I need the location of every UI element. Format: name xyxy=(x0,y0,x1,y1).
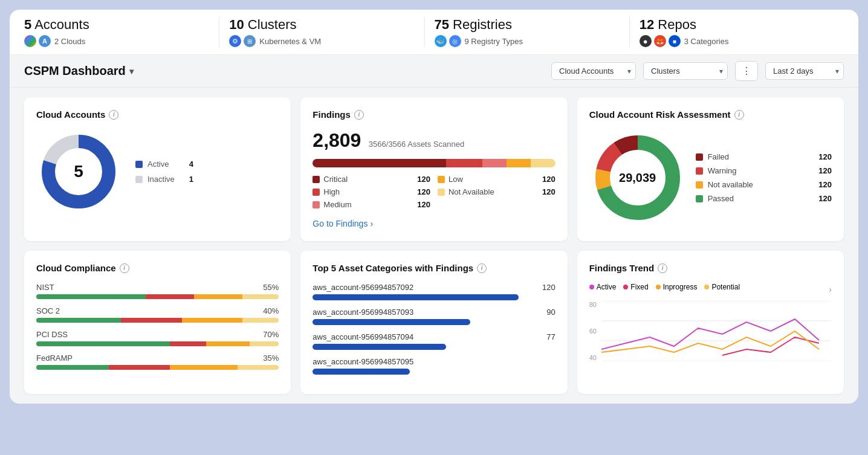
bitbucket-icon: ■ xyxy=(669,35,681,47)
clusters-sub: Kubernetes & VM xyxy=(259,37,321,46)
inprogress-trend-dot xyxy=(656,285,661,289)
asset-label-1: aws_account-956994857093 xyxy=(313,308,413,317)
medium-bar-segment xyxy=(482,159,507,167)
soc2-row: SOC 2 40% xyxy=(36,306,279,323)
asset-count-1: 90 xyxy=(546,308,555,317)
go-to-findings-text: Go to Findings xyxy=(313,219,368,228)
failed-label: Failed xyxy=(708,152,814,161)
na-label: Not Available xyxy=(449,187,539,196)
asset-bar-3 xyxy=(313,369,410,375)
dashboard-chevron-icon[interactable]: ▾ xyxy=(129,66,134,76)
dashboard-title: CSPM Dashboard xyxy=(24,64,126,78)
asset-bar-0 xyxy=(313,294,519,300)
fixed-trend-item: Fixed xyxy=(623,283,648,291)
soc2-pct: 40% xyxy=(263,306,279,315)
low-label: Low xyxy=(449,175,539,184)
dashboard-title-container: CSPM Dashboard ▾ xyxy=(24,64,544,78)
top5-assets-card: Top 5 Asset Categories with Findings i a… xyxy=(300,251,567,394)
risk-legend: Failed 120 Warning 120 Not available 120 xyxy=(696,152,832,203)
go-to-findings-arrow-icon: › xyxy=(370,219,373,228)
active-count: 4 xyxy=(189,160,193,169)
fedramp-pct: 35% xyxy=(263,353,279,363)
asset-row-1: aws_account-956994857093 90 xyxy=(313,308,555,325)
critical-severity-row: Critical 120 xyxy=(313,175,430,184)
passed-label: Passed xyxy=(708,194,814,203)
potential-trend-label: Potential xyxy=(711,283,740,291)
na-risk-dot xyxy=(696,181,703,189)
asset-label-0: aws_account-956994857092 xyxy=(313,283,413,292)
inprogress-trend-item: Inprogress xyxy=(656,283,698,291)
registries-label: Registries xyxy=(453,17,512,32)
findings-card: Findings i 2,809 3566/3566 Assets Scanne… xyxy=(300,97,567,241)
inactive-legend-dot xyxy=(135,176,143,183)
fedramp-label: FedRAMP xyxy=(36,353,73,363)
severity-grid: Critical 120 Low 120 High 120 Not Availa… xyxy=(313,175,555,209)
active-legend-item: Active 4 xyxy=(135,160,193,169)
nist-label: NIST xyxy=(36,283,54,292)
asset-bar-1 xyxy=(313,319,470,325)
main-content: Cloud Accounts i 5 xyxy=(10,88,858,404)
asset-label-3: aws_account-956994857095 xyxy=(313,357,413,366)
risk-info-icon[interactable]: i xyxy=(734,110,744,120)
clusters-count: 10 xyxy=(229,17,244,32)
findings-info-icon[interactable]: i xyxy=(354,110,364,120)
risk-passed-item: Passed 120 xyxy=(696,194,832,203)
failed-count: 120 xyxy=(818,152,832,161)
critical-count: 120 xyxy=(417,175,430,184)
app-container: 5 Accounts A 2 Clouds 10 Clusters ⚙ ⊞ Ku… xyxy=(10,10,858,404)
risk-donut-center: 29,039 xyxy=(619,171,656,185)
critical-dot xyxy=(313,176,320,183)
asset-row-2: aws_account-956994857094 77 xyxy=(313,332,555,350)
google-cloud-icon xyxy=(24,35,36,47)
high-bar-segment xyxy=(446,159,482,167)
high-severity-row: High 120 xyxy=(313,187,430,196)
y-label-40: 40 xyxy=(589,354,597,361)
cloud-accounts-title: Cloud Accounts xyxy=(36,109,105,120)
nist-bar xyxy=(36,294,279,299)
na-bar-segment xyxy=(531,159,555,167)
inactive-count: 1 xyxy=(189,175,193,184)
dashboard-header: CSPM Dashboard ▾ Cloud Accounts Clusters… xyxy=(10,55,858,88)
potential-trend-dot xyxy=(704,285,709,289)
cloud-accounts-filter[interactable]: Cloud Accounts xyxy=(551,62,636,80)
trend-next-icon[interactable]: › xyxy=(829,285,832,294)
cloud-accounts-info-icon[interactable]: i xyxy=(109,110,118,120)
more-options-button[interactable]: ⋮ xyxy=(735,61,758,81)
time-range-filter[interactable]: Last 2 days xyxy=(765,62,844,80)
nist-pct: 55% xyxy=(263,283,279,292)
cloud-accounts-card: Cloud Accounts i 5 xyxy=(24,97,291,241)
accounts-count: 5 xyxy=(24,17,31,32)
trend-info-icon[interactable]: i xyxy=(658,263,667,273)
donut-section: 5 Active 4 Inactive 1 xyxy=(36,129,279,214)
y-axis-labels: 80 60 40 xyxy=(589,301,599,361)
compliance-title: Cloud Compliance xyxy=(36,263,116,273)
clusters-filter-wrapper[interactable]: Clusters xyxy=(643,62,728,80)
time-range-filter-wrapper[interactable]: Last 2 days xyxy=(765,62,844,80)
go-to-findings-link[interactable]: Go to Findings › xyxy=(313,219,373,228)
active-label: Active xyxy=(147,160,175,169)
registries-sub: 9 Registry Types xyxy=(465,37,523,46)
y-label-60: 60 xyxy=(589,328,597,335)
potential-trend-item: Potential xyxy=(704,283,740,291)
warning-label: Warning xyxy=(708,166,814,175)
medium-severity-row: Medium 120 xyxy=(313,200,430,209)
risk-section: 29,039 Failed 120 Warning 120 xyxy=(589,129,832,226)
high-count: 120 xyxy=(417,187,430,196)
warning-dot xyxy=(696,167,703,175)
passed-count: 120 xyxy=(818,194,832,203)
stat-clusters: 10 Clusters ⚙ ⊞ Kubernetes & VM xyxy=(229,17,424,47)
top5-info-icon[interactable]: i xyxy=(477,263,487,273)
stat-accounts: 5 Accounts A 2 Clouds xyxy=(24,17,219,47)
y-label-80: 80 xyxy=(589,301,597,308)
clusters-filter[interactable]: Clusters xyxy=(643,62,728,80)
trend-legend: Active Fixed Inprogress Potential xyxy=(589,283,740,291)
compliance-info-icon[interactable]: i xyxy=(120,263,129,273)
stat-repos: 12 Repos ● 🦊 ■ 3 Categories xyxy=(640,17,834,47)
active-trend-item: Active xyxy=(589,283,617,291)
asset-row-3: aws_account-956994857095 xyxy=(313,357,555,375)
pcidss-label: PCI DSS xyxy=(36,330,68,339)
na-severity-row: Not Available 120 xyxy=(438,187,555,196)
critical-bar-segment xyxy=(313,159,446,167)
cloud-accounts-filter-wrapper[interactable]: Cloud Accounts xyxy=(551,62,636,80)
high-dot xyxy=(313,189,320,196)
